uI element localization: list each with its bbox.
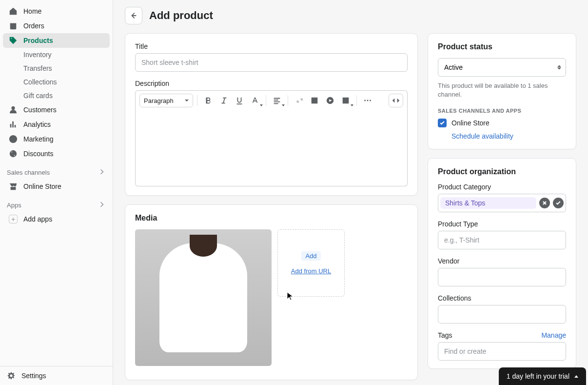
sales-channels-subheading: SALES CHANNELS AND APPS [438,108,566,114]
sidebar: Home Orders Products Inventory Transfers… [0,0,113,385]
cursor-icon [287,292,294,301]
home-icon [9,7,18,16]
page-header: Add product [125,7,576,24]
media-heading: Media [135,214,408,223]
back-button[interactable] [125,7,142,24]
rte-italic[interactable] [217,94,231,107]
rte-video[interactable] [323,94,337,107]
category-input[interactable]: Shirts & Tops [438,194,566,212]
nav-discounts[interactable]: Discounts [3,146,110,161]
nav-products[interactable]: Products [3,33,110,48]
products-icon [9,36,18,45]
nav-discounts-label: Discounts [23,150,53,158]
plus-icon: + [9,215,18,223]
rte-underline[interactable] [233,94,246,107]
status-heading: Product status [438,42,566,51]
category-pill: Shirts & Tops [440,197,536,209]
nav-marketing-label: Marketing [23,135,53,143]
rte-html-view[interactable] [389,94,403,107]
analytics-icon [9,120,18,129]
org-heading: Product organization [438,167,566,176]
nav-settings-label: Settings [21,372,46,380]
select-caret-icon [557,65,561,70]
nav-online-store-label: Online Store [23,182,61,190]
type-input[interactable] [438,231,566,249]
nav-orders-label: Orders [23,22,44,30]
page-title: Add product [149,9,213,22]
nav-inventory[interactable]: Inventory [3,48,110,61]
nav-analytics[interactable]: Analytics [3,117,110,132]
status-select[interactable] [438,58,566,77]
collections-label: Collections [438,294,566,302]
nav-settings[interactable]: Settings [0,366,113,385]
online-store-label: Online Store [451,119,490,127]
vendor-label: Vendor [438,257,566,265]
nav-marketing[interactable]: Marketing [3,132,110,146]
chevron-right-icon[interactable] [98,168,106,177]
schedule-availability-link[interactable]: Schedule availability [451,132,566,140]
rte-text-color[interactable] [248,94,262,107]
collections-input[interactable] [438,305,566,324]
trial-banner[interactable]: 1 day left in your trial [499,367,586,385]
nav-customers[interactable]: Customers [3,102,110,117]
online-store-check-row: Online Store [438,119,566,127]
nav-add-apps-label: Add apps [23,215,52,223]
trial-text: 1 day left in your trial [507,372,569,380]
marketing-icon [9,135,18,143]
nav-collections[interactable]: Collections [3,75,110,89]
main-content: Add product Title Description Paragraph [113,0,588,385]
title-label: Title [135,42,408,50]
vendor-input[interactable] [438,268,566,286]
rte-paragraph-select[interactable]: Paragraph [139,94,193,107]
nav-online-store[interactable]: Online Store [3,179,110,194]
nav-customers-label: Customers [23,106,57,114]
category-clear-button[interactable] [539,198,550,208]
svg-point-0 [364,100,366,101]
category-label: Product Category [438,183,566,191]
tags-label: Tags [438,331,452,339]
online-store-checkbox[interactable] [438,119,447,127]
nav-add-apps[interactable]: + Add apps [3,212,110,226]
svg-point-1 [367,100,369,101]
media-dropzone[interactable]: Add Add from URL [277,229,345,297]
rte-more[interactable] [361,94,374,107]
nav-analytics-label: Analytics [23,121,51,128]
sales-channels-heading: Sales channels [0,161,113,179]
nav-home-label: Home [23,7,41,15]
description-label: Description [135,80,408,87]
check-icon [439,120,445,126]
category-confirm-button[interactable] [553,198,564,208]
gear-icon [7,371,16,380]
tags-input[interactable] [438,342,566,361]
media-thumbnail[interactable] [135,229,272,366]
rte-toolbar: Paragraph [135,90,408,110]
rte-table[interactable] [339,94,353,107]
media-add-from-url[interactable]: Add from URL [291,267,331,275]
title-description-card: Title Description Paragraph [125,33,418,196]
rte-align[interactable] [270,94,284,107]
svg-point-2 [370,100,371,101]
media-card: Media Add Add from URL [125,204,418,380]
rte-bold[interactable] [201,94,215,107]
tags-manage-link[interactable]: Manage [541,331,566,339]
media-add-button[interactable]: Add [301,251,320,261]
product-organization-card: Product organization Product Category Sh… [428,158,576,369]
nav-gift-cards[interactable]: Gift cards [3,89,110,102]
orders-icon [9,21,18,30]
chevron-down-icon [185,100,189,101]
nav-home[interactable]: Home [3,4,110,19]
nav-transfers[interactable]: Transfers [3,61,110,75]
title-input[interactable] [135,53,408,72]
nav-orders[interactable]: Orders [3,19,110,33]
discounts-icon [9,149,18,158]
customers-icon [9,105,18,114]
rte-body[interactable] [135,110,408,186]
nav-products-label: Products [23,37,53,44]
rte-link[interactable] [292,94,306,107]
status-hint: This product will be available to 1 sale… [438,81,566,99]
product-status-card: Product status This product will be avai… [428,33,576,149]
type-label: Product Type [438,220,566,228]
chevron-up-icon [574,375,578,378]
chevron-right-icon[interactable] [98,201,106,210]
rte-image[interactable] [308,94,321,107]
